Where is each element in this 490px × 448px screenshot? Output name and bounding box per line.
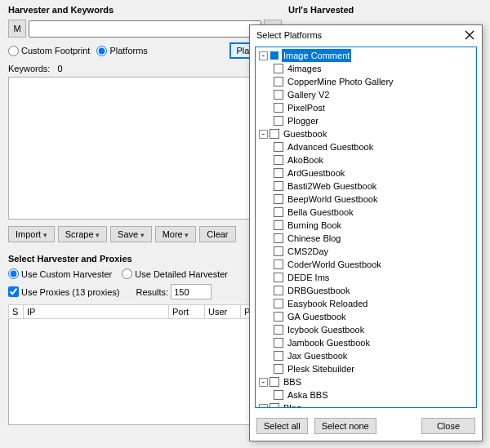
close-icon[interactable]	[464, 29, 475, 41]
tree-item[interactable]: CMS2Day	[257, 245, 474, 258]
proxies-table: S IP Port User Pass	[8, 304, 282, 319]
tree-item[interactable]: Icybook Guestbook	[257, 323, 474, 336]
checkbox-icon[interactable]	[274, 90, 283, 100]
checkbox-icon[interactable]	[274, 220, 283, 230]
checkbox-icon[interactable]	[274, 181, 283, 191]
keywords-count: 0	[58, 64, 63, 73]
checkbox-icon[interactable]	[274, 207, 283, 217]
use-proxies-checkbox[interactable]: Use Proxies (13 proxies)	[8, 286, 119, 297]
scrape-button[interactable]: Scrape	[58, 226, 107, 242]
expand-icon[interactable]: -	[259, 404, 268, 408]
use-proxies-label: Use Proxies (13 proxies)	[21, 287, 119, 297]
checkbox-icon[interactable]	[274, 246, 283, 256]
more-button[interactable]: More	[155, 226, 197, 242]
checkbox-icon[interactable]	[274, 194, 283, 204]
tree-item[interactable]: Plesk Sitebuilder	[257, 362, 474, 375]
tree-item[interactable]: Aska BBS	[257, 388, 474, 401]
tree-item[interactable]: CopperMine Photo Gallery	[257, 75, 474, 88]
close-button[interactable]: Close	[421, 418, 475, 434]
col-port[interactable]: Port	[169, 305, 205, 319]
m-button[interactable]: M	[8, 20, 26, 38]
tree-item[interactable]: ArdGuestbook	[257, 166, 474, 180]
checkbox-icon[interactable]	[270, 51, 279, 60]
tree-category[interactable]: -BBS	[257, 375, 474, 388]
proxies-heading: Select Harvester and Proxies	[8, 251, 282, 268]
checkbox-icon[interactable]	[274, 286, 283, 295]
platforms-tree[interactable]: -Image Comment4imagesCopperMine Photo Ga…	[256, 47, 476, 407]
tree-item[interactable]: AkoBook	[257, 153, 474, 166]
save-button[interactable]: Save	[110, 226, 152, 242]
expand-icon[interactable]: -	[259, 51, 268, 60]
tree-item[interactable]: Advanced Guestbook	[257, 140, 474, 153]
tree-item-label: BeepWorld Guestbook	[286, 193, 379, 206]
checkbox-icon[interactable]	[270, 403, 279, 407]
checkbox-icon[interactable]	[274, 351, 283, 361]
results-label: Results:	[136, 287, 168, 297]
tree-category[interactable]: -Image Comment	[257, 49, 474, 62]
tree-item[interactable]: DRBGuestbook	[257, 284, 474, 297]
tree-item-label: Advanced Guestbook	[286, 140, 375, 153]
tree-item[interactable]: Bella Guestbook	[257, 206, 474, 219]
tree-item-label: Burning Book	[286, 219, 343, 232]
tree-item[interactable]: Burning Book	[257, 219, 474, 232]
keywords-textarea[interactable]	[8, 77, 282, 220]
tree-item[interactable]: Chinese Blog	[257, 232, 474, 245]
custom-footprint-radio[interactable]: Custom Footprint	[8, 46, 90, 56]
tree-item[interactable]: 4images	[257, 62, 474, 75]
tree-item-label: Gallery V2	[286, 88, 331, 101]
expand-icon[interactable]: -	[259, 130, 268, 139]
tree-category[interactable]: -Blog	[257, 401, 474, 407]
tree-item-label: Plogger	[286, 114, 320, 127]
tree-item-label: Image Comment	[282, 49, 351, 62]
import-button[interactable]: Import	[8, 226, 55, 242]
checkbox-icon[interactable]	[274, 116, 283, 126]
tree-item[interactable]: Basti2Web Guestbook	[257, 180, 474, 193]
results-input[interactable]	[171, 284, 212, 299]
checkbox-icon[interactable]	[270, 377, 279, 387]
proxies-table-body[interactable]	[8, 319, 282, 425]
tree-item[interactable]: Gallery V2	[257, 88, 474, 101]
select-none-button[interactable]: Select none	[314, 418, 376, 434]
tree-item[interactable]: DEDE Ims	[257, 271, 474, 284]
tree-item[interactable]: CoderWorld Guestbook	[257, 258, 474, 271]
checkbox-icon[interactable]	[270, 129, 279, 139]
use-custom-harvester-radio[interactable]: Use Custom Harvester	[8, 268, 112, 279]
tree-item-label: Icybook Guestbook	[286, 323, 366, 336]
tree-item[interactable]: Plogger	[257, 114, 474, 127]
checkbox-icon[interactable]	[274, 142, 283, 152]
select-all-button[interactable]: Select all	[256, 418, 308, 434]
tree-item-label: AkoBook	[286, 153, 325, 166]
col-user[interactable]: User	[205, 305, 241, 319]
checkbox-icon[interactable]	[274, 325, 283, 335]
checkbox-icon[interactable]	[274, 259, 283, 269]
platforms-radio[interactable]: Platforms	[96, 46, 147, 56]
expand-icon[interactable]: -	[259, 378, 268, 387]
col-s[interactable]: S	[9, 305, 24, 319]
footprint-select[interactable]	[29, 20, 261, 38]
tree-item[interactable]: Jambook Guestbook	[257, 336, 474, 349]
checkbox-icon[interactable]	[274, 64, 283, 73]
use-detailed-harvester-radio[interactable]: Use Detailed Harvester	[122, 268, 228, 279]
checkbox-icon[interactable]	[274, 338, 283, 348]
tree-category[interactable]: -Guestbook	[257, 127, 474, 140]
tree-item[interactable]: BeepWorld Guestbook	[257, 193, 474, 206]
col-ip[interactable]: IP	[24, 305, 169, 319]
checkbox-icon[interactable]	[274, 299, 283, 308]
clear-button[interactable]: Clear	[199, 226, 235, 242]
checkbox-icon[interactable]	[274, 168, 283, 178]
checkbox-icon[interactable]	[274, 103, 283, 113]
checkbox-icon[interactable]	[274, 77, 283, 86]
checkbox-icon[interactable]	[274, 390, 283, 400]
checkbox-icon[interactable]	[274, 364, 283, 374]
tree-item[interactable]: Easybook Reloaded	[257, 297, 474, 310]
checkbox-icon[interactable]	[274, 155, 283, 165]
checkbox-icon[interactable]	[274, 312, 283, 322]
tree-item[interactable]: Jax Guestbook	[257, 349, 474, 362]
tree-item-label: CopperMine Photo Gallery	[286, 75, 395, 88]
select-platforms-dialog: Select Platforms -Image Comment4imagesCo…	[249, 24, 483, 441]
urls-harvested-heading: Url's Harvested	[288, 2, 484, 20]
tree-item[interactable]: PixelPost	[257, 101, 474, 114]
tree-item[interactable]: GA Guestbook	[257, 310, 474, 323]
checkbox-icon[interactable]	[274, 273, 283, 282]
checkbox-icon[interactable]	[274, 233, 283, 243]
